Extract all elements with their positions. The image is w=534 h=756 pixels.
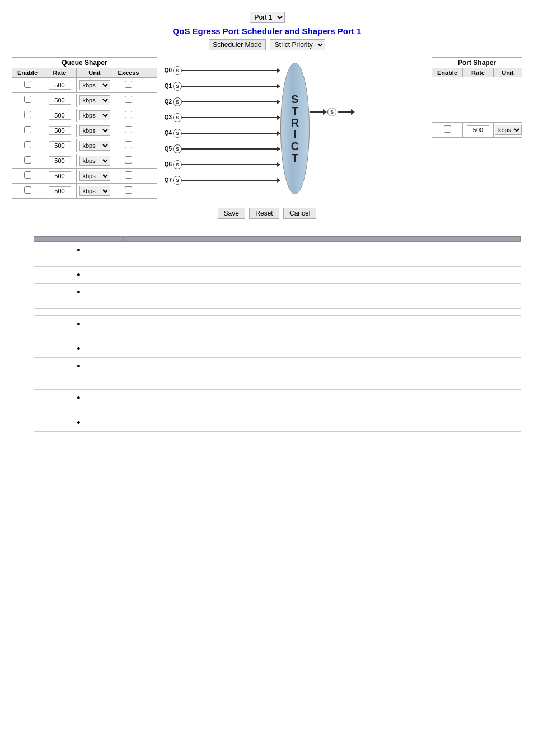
queue-arrow-line-q7 <box>182 180 280 181</box>
table-cell-col1 <box>34 333 124 340</box>
queue-line-q5: Q5 S <box>157 144 280 153</box>
queue-label-q3: Q3 <box>157 114 172 120</box>
table-cell-col2 <box>124 390 521 407</box>
table-cell-col2 <box>124 259 521 267</box>
qs-unit-select-q0[interactable]: kbpsMbps <box>79 80 110 90</box>
qs-excess-checkbox-q5[interactable] <box>125 156 132 164</box>
qs-rate-input-q0[interactable] <box>49 81 71 90</box>
qs-enable-checkbox-q6[interactable] <box>24 171 31 179</box>
queue-label-q7: Q7 <box>157 177 172 183</box>
qs-enable-q7 <box>12 184 43 198</box>
qs-unit-q7: kbpsMbps <box>77 184 113 198</box>
ps-row: kbps Mbps <box>432 122 522 138</box>
table-row: • <box>34 390 521 407</box>
queue-line-q2: Q2 S <box>157 97 280 106</box>
qs-rate-input-q1[interactable] <box>49 96 71 105</box>
qs-unit-select-q2[interactable]: kbpsMbps <box>79 110 110 120</box>
table-cell-col1 <box>34 309 124 316</box>
qs-rate-q5 <box>43 154 77 167</box>
qs-row-q7: kbpsMbps <box>12 183 157 199</box>
qs-rate-input-q4[interactable] <box>49 141 71 150</box>
qs-rate-input-q7[interactable] <box>49 186 71 195</box>
queue-line-q1: Q1 S <box>157 82 280 91</box>
qs-unit-select-q4[interactable]: kbpsMbps <box>79 141 110 151</box>
table-row <box>34 375 521 382</box>
qs-excess-checkbox-q1[interactable] <box>125 96 132 103</box>
strict-t: T <box>292 105 298 117</box>
qs-excess-checkbox-q2[interactable] <box>125 111 132 118</box>
qs-row-q2: kbpsMbps <box>12 108 157 123</box>
scheduler-mode-row: Scheduler Mode Strict Priority WRR WFQ <box>12 39 522 50</box>
qs-enable-checkbox-q4[interactable] <box>24 141 31 148</box>
ps-unit-cell: kbps Mbps <box>494 123 522 137</box>
table-row <box>34 301 521 309</box>
queue-arrow-line-q0 <box>182 70 280 71</box>
table-cell-col1 <box>34 382 124 390</box>
qs-enable-checkbox-q5[interactable] <box>24 156 31 164</box>
cancel-button[interactable]: Cancel <box>283 208 316 219</box>
qs-row-q0: kbpsMbps <box>12 77 157 92</box>
shaper-circle-q2: S <box>173 97 182 106</box>
ps-col-rate: Rate <box>463 68 494 77</box>
qs-enable-checkbox-q3[interactable] <box>24 126 31 133</box>
qs-unit-select-q5[interactable]: kbpsMbps <box>79 156 110 166</box>
qs-excess-q6 <box>113 169 144 183</box>
qs-rate-q7 <box>43 184 77 198</box>
port-select[interactable]: Port 1 Port 2 Port 3 Port 4 <box>250 12 285 23</box>
ps-header-row: Port Shaper <box>432 57 522 68</box>
qs-unit-select-q7[interactable]: kbpsMbps <box>79 186 110 196</box>
queue-label-q0: Q0 <box>157 67 172 73</box>
port-shaper-node: S <box>327 108 336 116</box>
qs-header-row: Queue Shaper <box>12 57 157 68</box>
queue-arrow-line-q5 <box>182 148 280 150</box>
qs-col-rate: Rate <box>43 68 77 77</box>
qs-excess-checkbox-q3[interactable] <box>125 126 132 133</box>
qs-excess-checkbox-q0[interactable] <box>125 81 132 88</box>
table-cell-col1: • <box>34 340 124 358</box>
table-cell-col1: • <box>34 242 124 259</box>
qs-unit-select-q3[interactable]: kbpsMbps <box>79 125 110 136</box>
qs-rate-input-q5[interactable] <box>49 156 71 165</box>
save-button[interactable]: Save <box>218 208 245 219</box>
qs-enable-checkbox-q7[interactable] <box>24 186 31 194</box>
ps-unit-select[interactable]: kbps Mbps <box>495 125 522 135</box>
qs-enable-checkbox-q2[interactable] <box>24 111 31 118</box>
qs-rate-input-q3[interactable] <box>49 126 71 135</box>
queue-line-q6: Q6 S <box>157 160 280 169</box>
table-cell-col2 <box>124 358 521 375</box>
qs-unit-q1: kbpsMbps <box>77 93 113 108</box>
qs-unit-select-q6[interactable]: kbpsMbps <box>79 171 110 181</box>
qs-excess-checkbox-q6[interactable] <box>125 171 132 179</box>
qs-enable-q2 <box>12 109 43 122</box>
qs-excess-q2 <box>113 109 144 122</box>
ps-col-unit: Unit <box>494 68 522 77</box>
ps-rate-input[interactable] <box>467 125 489 134</box>
qs-excess-q0 <box>113 78 144 92</box>
table-row: • <box>34 358 521 375</box>
qs-rate-input-q6[interactable] <box>49 171 71 180</box>
ps-enable-checkbox[interactable] <box>444 125 451 133</box>
table-cell-col2 <box>124 309 521 316</box>
page-title: QoS Egress Port Scheduler and Shapers Po… <box>12 26 522 36</box>
table-cell-col2 <box>124 340 521 358</box>
scheduler-mode-select[interactable]: Strict Priority WRR WFQ <box>270 39 325 50</box>
qs-header-label: Queue Shaper <box>12 58 157 68</box>
shaper-circle-q3: S <box>173 113 182 122</box>
qs-rate-q3 <box>43 124 77 137</box>
bullet-dot: • <box>77 343 80 354</box>
qs-rate-input-q2[interactable] <box>49 111 71 120</box>
ps-col-enable: Enable <box>432 68 463 77</box>
qs-enable-checkbox-q1[interactable] <box>24 96 31 103</box>
reset-button[interactable]: Reset <box>249 208 279 219</box>
qs-enable-checkbox-q0[interactable] <box>24 81 31 88</box>
table-cell-col2 <box>124 333 521 340</box>
post-shaper-line <box>338 111 354 113</box>
qs-excess-checkbox-q4[interactable] <box>125 141 132 148</box>
qs-unit-select-q1[interactable]: kbpsMbps <box>79 95 110 105</box>
table-cell-col1 <box>34 301 124 309</box>
table-cell-col2 <box>124 407 521 414</box>
qs-excess-checkbox-q7[interactable] <box>125 186 132 194</box>
queue-label-q2: Q2 <box>157 99 172 105</box>
table-row: • <box>34 340 521 358</box>
queue-line-q7: Q7 S <box>157 176 280 185</box>
